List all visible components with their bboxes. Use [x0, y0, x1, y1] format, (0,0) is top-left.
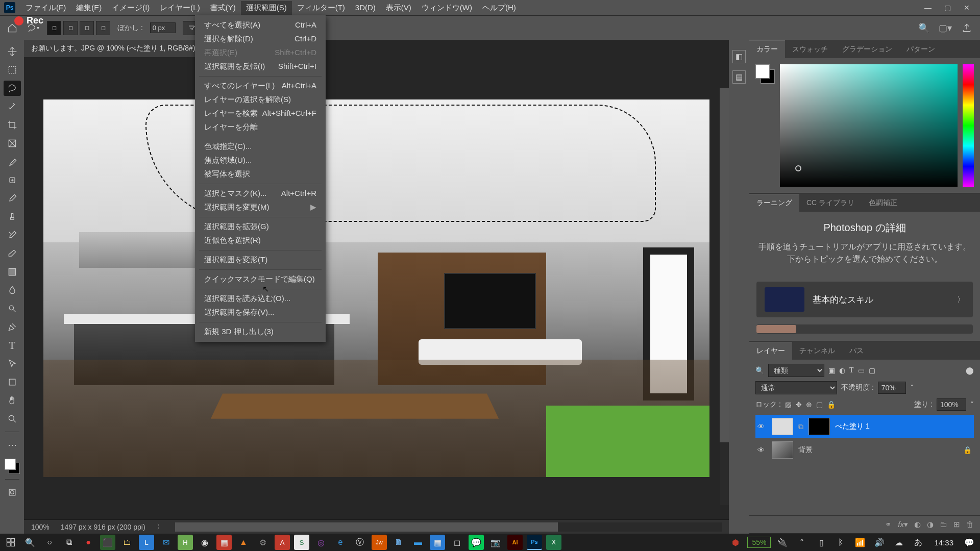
- feather-input[interactable]: [150, 22, 176, 33]
- learning-card[interactable]: 基本的なスキル 〉: [756, 282, 973, 317]
- tray-bluetooth-icon[interactable]: ᛒ: [833, 535, 848, 550]
- link-layers-icon[interactable]: ⚭: [885, 520, 892, 529]
- lock-icon[interactable]: 🔒: [963, 446, 972, 454]
- mail-icon[interactable]: ✉: [158, 535, 174, 550]
- tray-onedrive-icon[interactable]: ☁: [891, 535, 906, 550]
- zoom-value[interactable]: 100%: [31, 523, 50, 531]
- battery-indicator[interactable]: 55%: [747, 537, 771, 548]
- panel-tab[interactable]: CC ライブラリ: [799, 194, 862, 212]
- canvas-viewport[interactable]: [24, 57, 729, 519]
- filter-shape-icon[interactable]: ▭: [858, 366, 865, 374]
- zoom-tool[interactable]: [4, 411, 21, 427]
- menu-item[interactable]: 焦点領域(U)...: [195, 154, 326, 167]
- taskbar-app[interactable]: A: [275, 535, 290, 550]
- filter-smart-icon[interactable]: ▢: [869, 366, 875, 374]
- panel-tab[interactable]: ラーニング: [749, 194, 799, 212]
- share-icon[interactable]: [960, 21, 974, 35]
- edge-icon[interactable]: e: [333, 535, 348, 550]
- filter-type-icon[interactable]: T: [849, 366, 854, 374]
- menu-item[interactable]: すべてのレイヤー(L)Alt+Ctrl+A: [195, 79, 326, 93]
- group-icon[interactable]: 🗀: [940, 520, 947, 529]
- panel-tab[interactable]: グラデーション: [835, 41, 899, 58]
- panel-icon[interactable]: ◧: [732, 50, 746, 63]
- menu-item[interactable]: 近似色を選択(R): [195, 234, 326, 247]
- panel-icon[interactable]: ▤: [732, 70, 746, 84]
- horizontal-scrollbar[interactable]: [175, 522, 722, 532]
- visibility-icon[interactable]: 👁: [757, 422, 767, 431]
- menu-item[interactable]: レイヤーを分離: [195, 120, 326, 134]
- menu-item[interactable]: 被写体を選択: [195, 167, 326, 181]
- task-view-icon[interactable]: ⧉: [61, 535, 77, 550]
- taskbar-app[interactable]: L: [139, 535, 154, 550]
- menu-item[interactable]: ヘルプ(H): [477, 1, 521, 15]
- lock-position-icon[interactable]: ✥: [796, 400, 802, 409]
- healing-tool[interactable]: [4, 172, 21, 188]
- visibility-icon[interactable]: 👁: [757, 446, 767, 454]
- sel-new-button[interactable]: ◻: [47, 21, 61, 35]
- lock-artboard-icon[interactable]: ▢: [816, 400, 823, 409]
- panel-tab[interactable]: パス: [842, 342, 871, 360]
- illustrator-icon[interactable]: Ai: [507, 535, 523, 550]
- chrome-icon[interactable]: ◉: [197, 535, 212, 550]
- gradient-tool[interactable]: [4, 264, 21, 280]
- menu-item[interactable]: 選択範囲を変更(M)▶: [195, 201, 326, 214]
- menu-item[interactable]: 表示(V): [381, 1, 416, 15]
- adjustment-icon[interactable]: ◑: [927, 520, 934, 529]
- panel-tab[interactable]: チャンネル: [792, 342, 842, 360]
- eraser-tool[interactable]: [4, 246, 21, 261]
- history-brush-tool[interactable]: [4, 228, 21, 243]
- learning-card-peek[interactable]: [756, 324, 973, 334]
- close-icon[interactable]: ✕: [958, 2, 976, 14]
- taskbar-app[interactable]: H: [178, 535, 193, 550]
- menu-item[interactable]: レイヤーを検索Alt+Shift+Ctrl+F: [195, 107, 326, 120]
- taskbar-app[interactable]: ●: [81, 535, 96, 550]
- status-more[interactable]: 〉: [157, 522, 164, 532]
- line-icon[interactable]: 💬: [469, 535, 484, 550]
- more-tools[interactable]: ⋯: [4, 437, 21, 453]
- menu-item[interactable]: イメージ(I): [107, 1, 155, 15]
- tray-power-icon[interactable]: 🔌: [775, 535, 790, 550]
- tray-wifi-icon[interactable]: 📶: [852, 535, 868, 550]
- panel-tab[interactable]: レイヤー: [749, 342, 792, 360]
- menu-item[interactable]: 選択範囲を反転(I)Shift+Ctrl+I: [195, 60, 326, 73]
- cortana-icon[interactable]: ○: [42, 535, 57, 550]
- layer-thumbnail[interactable]: [772, 441, 793, 459]
- menu-item[interactable]: 選択範囲を保存(V)...: [195, 306, 326, 319]
- clock[interactable]: 14:33: [930, 538, 958, 547]
- fill-input[interactable]: [937, 398, 966, 411]
- document-canvas[interactable]: [43, 99, 709, 477]
- move-tool[interactable]: [4, 44, 21, 59]
- menu-item[interactable]: クイックマスクモードで編集(Q): [195, 272, 326, 286]
- quick-mask-toggle[interactable]: [4, 485, 21, 500]
- camera-icon[interactable]: 📷: [488, 535, 503, 550]
- tray-icon[interactable]: ⬢: [728, 535, 743, 550]
- taskbar-app[interactable]: Ⓥ: [352, 535, 368, 550]
- filter-adjust-icon[interactable]: ◐: [839, 366, 845, 374]
- type-tool[interactable]: T: [4, 338, 21, 353]
- color-swatches[interactable]: [5, 459, 20, 474]
- menu-item[interactable]: 選択範囲を拡張(G): [195, 220, 326, 234]
- menu-item[interactable]: 色域指定(C)...: [195, 140, 326, 154]
- hue-slider[interactable]: [963, 64, 974, 187]
- pen-tool[interactable]: [4, 319, 21, 335]
- search-icon[interactable]: 🔍: [917, 21, 931, 35]
- menu-item[interactable]: ファイル(F): [20, 1, 71, 15]
- minimize-icon[interactable]: —: [919, 2, 937, 14]
- tray-volume-icon[interactable]: 🔊: [872, 535, 887, 550]
- mask-icon[interactable]: ◐: [914, 520, 921, 529]
- dodge-tool[interactable]: [4, 301, 21, 316]
- menu-item[interactable]: レイヤーの選択を解除(S): [195, 93, 326, 107]
- shape-tool[interactable]: [4, 374, 21, 390]
- brush-tool[interactable]: [4, 191, 21, 206]
- mask-thumbnail[interactable]: [808, 418, 830, 435]
- panel-tab[interactable]: スウォッチ: [785, 41, 835, 58]
- taskbar-app[interactable]: 🗎: [391, 535, 406, 550]
- taskbar-app[interactable]: S: [294, 535, 309, 550]
- eyedropper-tool[interactable]: [4, 154, 21, 169]
- menu-item[interactable]: 編集(E): [71, 1, 107, 15]
- menu-item[interactable]: レイヤー(L): [155, 1, 205, 15]
- crop-tool[interactable]: [4, 117, 21, 133]
- magic-wand-tool[interactable]: [4, 99, 21, 114]
- opacity-input[interactable]: [878, 382, 906, 394]
- start-button[interactable]: [3, 535, 18, 550]
